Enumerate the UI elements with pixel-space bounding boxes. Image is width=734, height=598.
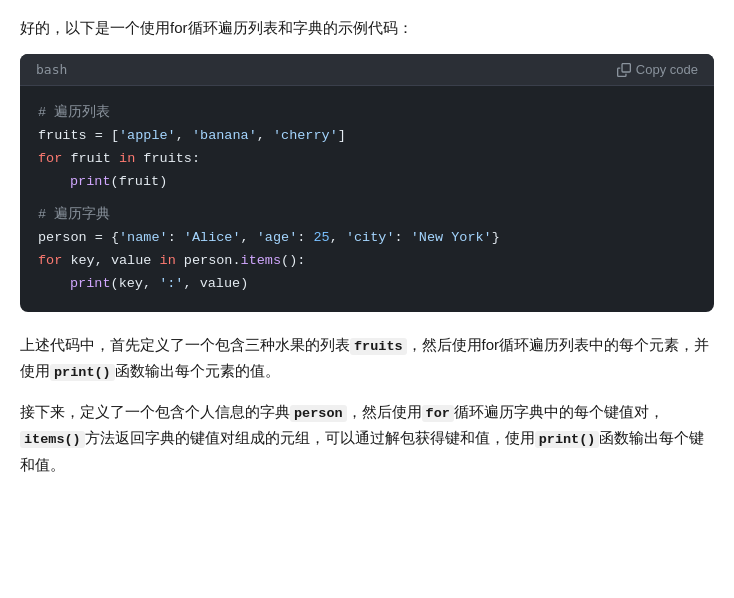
code-string: 'cherry' [273,128,338,143]
inline-code-for: for [422,405,454,422]
code-string: 'New York' [411,230,492,245]
code-line: for key, value in person.items(): [38,250,696,273]
code-var: key [119,276,143,291]
code-punct: : [394,230,410,245]
code-punct: , [176,128,192,143]
code-var: person [176,253,233,268]
code-punct: ] [338,128,346,143]
code-keyword: in [119,151,135,166]
code-builtin: items [241,253,282,268]
code-punct: } [492,230,500,245]
code-line: # 遍历列表 [38,102,696,125]
code-line: print(fruit) [38,171,696,194]
code-punct: , [257,128,273,143]
code-punct: ) [159,174,167,189]
code-punct: = [ [87,128,119,143]
code-line: fruits = ['apple', 'banana', 'cherry'] [38,125,696,148]
code-punct: : [297,230,313,245]
code-punct: , [241,230,257,245]
inline-code-items: items() [20,431,85,448]
code-string: 'name' [119,230,168,245]
code-builtin: print [70,174,111,189]
code-punct: . [232,253,240,268]
code-var: fruits [38,128,87,143]
code-punct: : [192,151,200,166]
code-blank-line [38,194,696,204]
copy-icon [617,63,631,77]
code-builtin: print [70,276,111,291]
code-line: # 遍历字典 [38,204,696,227]
code-string: 'apple' [119,128,176,143]
code-var: person [38,230,87,245]
code-line: print(key, ':', value) [38,273,696,296]
code-punct: ) [240,276,248,291]
code-var: fruits [135,151,192,166]
code-punct: : [168,230,184,245]
code-var: fruit [119,174,160,189]
code-string: ':' [159,276,183,291]
code-keyword: for [38,253,62,268]
code-var: key, value [62,253,159,268]
comment: # 遍历字典 [38,207,110,222]
code-punct: ( [111,174,119,189]
description-1: 上述代码中，首先定义了一个包含三种水果的列表fruits，然后使用for循环遍历… [20,332,714,385]
code-line: person = {'name': 'Alice', 'age': 25, 'c… [38,227,696,250]
code-var: fruit [62,151,119,166]
code-number: 25 [313,230,329,245]
comment: # 遍历列表 [38,105,110,120]
code-lang-label: bash [36,62,67,77]
code-line: for fruit in fruits: [38,148,696,171]
code-var: value [200,276,241,291]
code-keyword: for [38,151,62,166]
code-punct: , [330,230,346,245]
intro-text: 好的，以下是一个使用for循环遍历列表和字典的示例代码： [20,16,714,40]
copy-code-button[interactable]: Copy code [617,62,698,77]
code-string: 'banana' [192,128,257,143]
code-string: 'city' [346,230,395,245]
code-block-body: # 遍历列表 fruits = ['apple', 'banana', 'che… [20,86,714,312]
code-punct: , [143,276,159,291]
code-block-wrapper: bash Copy code # 遍历列表 fruits = ['apple',… [20,54,714,312]
code-string: 'Alice' [184,230,241,245]
code-string: 'age' [257,230,298,245]
code-punct: = { [87,230,119,245]
inline-code-print1: print() [50,364,115,381]
code-block-header: bash Copy code [20,54,714,86]
inline-code-fruits: fruits [350,338,407,355]
code-punct: ( [111,276,119,291]
code-keyword: in [160,253,176,268]
code-punct: , [183,276,199,291]
code-punct: (): [281,253,305,268]
copy-label: Copy code [636,62,698,77]
inline-code-print2: print() [535,431,600,448]
description-2: 接下来，定义了一个包含个人信息的字典person，然后使用for循环遍历字典中的… [20,399,714,479]
inline-code-person: person [290,405,347,422]
